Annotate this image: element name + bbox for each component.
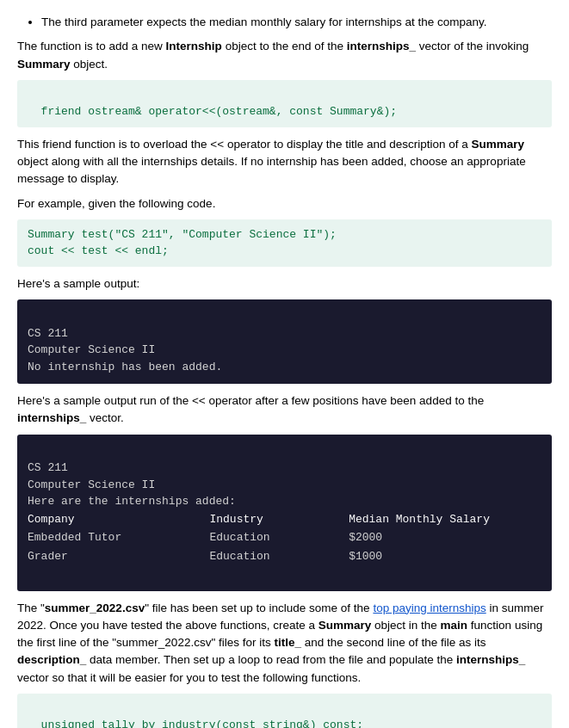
cell-industry-1: Education — [209, 528, 349, 547]
para-sample-run-label: Here's a sample output run of the << ope… — [17, 392, 552, 428]
col-industry-header: Industry — [209, 510, 349, 529]
para-csv-description: The "summer_2022.csv" file has been set … — [17, 600, 552, 687]
para-sample-output-label: Here's a sample output: — [17, 275, 552, 293]
col-company-header: Company — [28, 510, 209, 529]
table-header-row: Company Industry Median Monthly Salary — [28, 510, 541, 529]
dark-box-internships-table: CS 211 Computer Science II Here are the … — [17, 435, 552, 591]
cell-industry-2: Education — [209, 547, 349, 566]
dark-box-no-internship: CS 211 Computer Science II No internship… — [17, 299, 552, 384]
internship-table: Company Industry Median Monthly Salary E… — [28, 510, 541, 566]
code-tally-by-industry: unsigned tally_by_industry(const string&… — [17, 694, 552, 728]
para-for-example: For example, given the following code. — [17, 195, 552, 213]
top-paying-internships-link[interactable]: top paying internships — [373, 602, 486, 614]
para-internship-add: The function is to add a new Internship … — [17, 38, 552, 73]
col-salary-header: Median Monthly Salary — [349, 510, 541, 529]
table-row: Grader Education $1000 — [28, 547, 541, 566]
cell-company-1: Embedded Tutor — [28, 528, 209, 547]
bullet-item-1: The third parameter expects the median m… — [41, 14, 552, 31]
cell-salary-1: $2000 — [349, 528, 541, 547]
code-example-usage: Summary test("CS 211", "Computer Science… — [17, 219, 552, 267]
para-friend-description: This friend function is to overload the … — [17, 136, 552, 188]
table-row: Embedded Tutor Education $2000 — [28, 528, 541, 547]
cell-company-2: Grader — [28, 547, 209, 566]
cell-salary-2: $1000 — [349, 547, 541, 566]
code-friend-operator: friend ostream& operator<<(ostream&, con… — [17, 80, 552, 127]
